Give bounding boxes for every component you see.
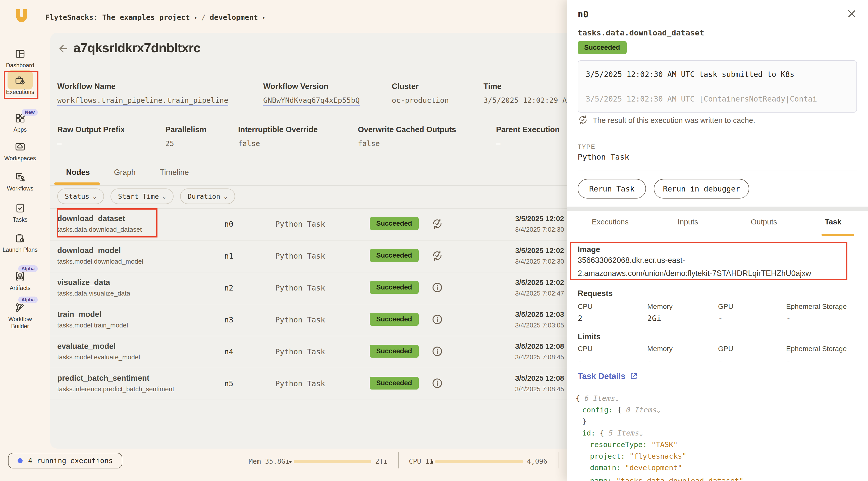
info-icon[interactable] bbox=[431, 281, 443, 294]
union-logo[interactable] bbox=[14, 8, 29, 24]
cache-note-text: The result of this execution was written… bbox=[593, 116, 755, 125]
filter-label: Duration bbox=[188, 192, 220, 200]
back-button[interactable] bbox=[58, 43, 69, 54]
sidebar: Dashboard Executions New Apps Workspaces… bbox=[0, 33, 40, 481]
filter-label: Status bbox=[65, 192, 89, 200]
parent-execution-value: – bbox=[496, 139, 500, 148]
info-icon[interactable] bbox=[431, 377, 443, 389]
node-type: Python Task bbox=[275, 251, 325, 260]
sidebar-item-label: Dashboard bbox=[0, 62, 40, 69]
sidebar-item-tasks[interactable]: Tasks bbox=[0, 203, 40, 223]
json-config-line[interactable]: config: { 0 Items⌄ bbox=[582, 405, 660, 414]
node-start-time-alt: 3/4/2025 7:08:45 bbox=[515, 385, 564, 393]
info-icon[interactable] bbox=[431, 345, 443, 357]
table-row-n1[interactable]: download_model tasks.model.download_mode… bbox=[50, 241, 568, 272]
cached-icon[interactable] bbox=[431, 218, 443, 230]
panel-tab-outputs[interactable]: Outputs bbox=[751, 218, 777, 226]
json-key: project: bbox=[590, 452, 625, 460]
annotation-box-image bbox=[570, 242, 847, 280]
tasks-icon bbox=[14, 203, 26, 214]
node-task-fqn: tasks.model.evaluate_model bbox=[57, 353, 140, 361]
json-config-close-line: } bbox=[582, 417, 586, 426]
rerun-task-button[interactable]: Rerun Task bbox=[578, 179, 646, 199]
collapse-caret-icon[interactable]: ⌄ bbox=[657, 407, 660, 414]
domain-dropdown-caret-icon[interactable]: ▾ bbox=[262, 14, 265, 21]
resource-label: GPU bbox=[718, 303, 733, 311]
json-key: domain: bbox=[590, 463, 621, 472]
resource-value: 2Gi bbox=[647, 313, 661, 323]
active-tab-indicator bbox=[54, 182, 100, 185]
resource-label: Ephemeral Storage bbox=[786, 345, 847, 353]
execution-tabs: Nodes Graph Timeline bbox=[66, 168, 189, 177]
task-details-link[interactable]: Task Details bbox=[578, 371, 638, 381]
close-icon[interactable] bbox=[846, 8, 857, 19]
node-id: n4 bbox=[224, 347, 233, 356]
sidebar-item-workflow-builder[interactable]: Alpha Workflow Builder bbox=[0, 302, 40, 330]
panel-tab-inputs[interactable]: Inputs bbox=[678, 218, 698, 226]
cpu-gauge-label: CPU 11 bbox=[409, 457, 434, 465]
status-badge: Succeeded bbox=[370, 281, 419, 294]
json-item-count: 6 Items bbox=[584, 394, 615, 402]
cached-icon[interactable] bbox=[431, 249, 443, 262]
panel-node-id: n0 bbox=[578, 9, 588, 19]
collapse-caret-icon[interactable]: ⌄ bbox=[639, 430, 643, 437]
sidebar-item-label: Tasks bbox=[0, 216, 40, 223]
sidebar-item-artifacts[interactable]: Alpha Artifacts bbox=[0, 271, 40, 292]
status-badge: Succeeded bbox=[370, 345, 419, 358]
json-root-line[interactable]: { 6 Items⌄ bbox=[576, 394, 619, 402]
panel-section-divider bbox=[567, 207, 868, 211]
sidebar-item-apps[interactable]: New Apps bbox=[0, 113, 40, 133]
meta-label: Parent Execution bbox=[496, 125, 560, 134]
workflow-version-link[interactable]: GNBwYNdKvaq67q4xEp55bQ bbox=[263, 96, 360, 106]
task-log-box[interactable]: 3/5/2025 12:02:30 AM UTC task submitted … bbox=[578, 60, 857, 113]
node-type: Python Task bbox=[275, 379, 325, 388]
json-field-line: project: "flytesnacks" bbox=[590, 452, 686, 460]
tab-timeline[interactable]: Timeline bbox=[160, 168, 189, 177]
resource-label: Memory bbox=[647, 345, 673, 353]
workspaces-icon bbox=[14, 141, 26, 152]
node-id: n0 bbox=[224, 220, 233, 229]
table-row-n5[interactable]: predict_batch_sentiment tasks.inference.… bbox=[50, 368, 568, 399]
sidebar-item-workflows[interactable]: Workflows bbox=[0, 171, 40, 192]
sidebar-item-dashboard[interactable]: Dashboard bbox=[0, 48, 40, 69]
sidebar-item-workspaces[interactable]: Workspaces bbox=[0, 141, 40, 162]
sidebar-item-label: Workflows bbox=[0, 185, 40, 192]
table-row-n3[interactable]: train_model tasks.model.train_model n3 P… bbox=[50, 304, 568, 336]
running-status-dot bbox=[18, 458, 23, 463]
breadcrumb-domain[interactable]: development bbox=[210, 13, 258, 22]
resource-label: Memory bbox=[647, 303, 673, 311]
json-key: config: bbox=[582, 405, 613, 414]
status-badge: Succeeded bbox=[370, 249, 419, 262]
json-id-line[interactable]: id: { 5 Items⌄ bbox=[582, 429, 643, 437]
project-dropdown-caret-icon[interactable]: ▾ bbox=[194, 14, 197, 21]
panel-tab-task[interactable]: Task bbox=[825, 218, 841, 226]
annotation-box-executions bbox=[4, 71, 38, 99]
running-executions-button[interactable]: 4 running executions bbox=[8, 453, 122, 469]
breadcrumb-project[interactable]: FlyteSnacks: The examples project bbox=[45, 13, 190, 22]
duration-filter[interactable]: Duration ⌄ bbox=[180, 188, 235, 204]
resource-value: - bbox=[718, 313, 723, 323]
collapse-caret-icon[interactable]: ⌄ bbox=[615, 395, 619, 402]
panel-tab-executions[interactable]: Executions bbox=[592, 218, 629, 226]
info-icon[interactable] bbox=[431, 313, 443, 325]
sidebar-item-launch-plans[interactable]: Launch Plans bbox=[0, 233, 40, 253]
alpha-badge: Alpha bbox=[18, 297, 38, 303]
node-task-fqn: tasks.model.download_model bbox=[57, 258, 144, 265]
node-id: n5 bbox=[224, 379, 233, 388]
node-start-time-alt: 3/4/2025 7:08:45 bbox=[515, 353, 564, 361]
rerun-in-debugger-button[interactable]: Rerun in debugger bbox=[654, 179, 749, 199]
workflow-name-link[interactable]: workflows.train_pipeline.train_pipeline bbox=[57, 96, 228, 106]
node-name: predict_batch_sentiment bbox=[57, 374, 149, 383]
node-type: Python Task bbox=[275, 283, 325, 292]
start-time-filter[interactable]: Start Time ⌄ bbox=[111, 188, 174, 204]
table-row-n2[interactable]: visualize_data tasks.data.visualize_data… bbox=[50, 272, 568, 304]
table-row-n4[interactable]: evaluate_model tasks.model.evaluate_mode… bbox=[50, 336, 568, 368]
execution-title: a7qksrldkrx7dnbltxrc bbox=[73, 40, 200, 55]
tab-graph[interactable]: Graph bbox=[114, 168, 135, 177]
meta-label: Overwrite Cached Outputs bbox=[358, 125, 456, 134]
panel-task-name: tasks.data.download_dataset bbox=[578, 28, 704, 37]
tab-nodes[interactable]: Nodes bbox=[66, 168, 90, 177]
type-value: Python Task bbox=[578, 152, 629, 161]
status-filter[interactable]: Status ⌄ bbox=[57, 188, 104, 204]
json-field-line: domain: "development" bbox=[590, 463, 682, 472]
